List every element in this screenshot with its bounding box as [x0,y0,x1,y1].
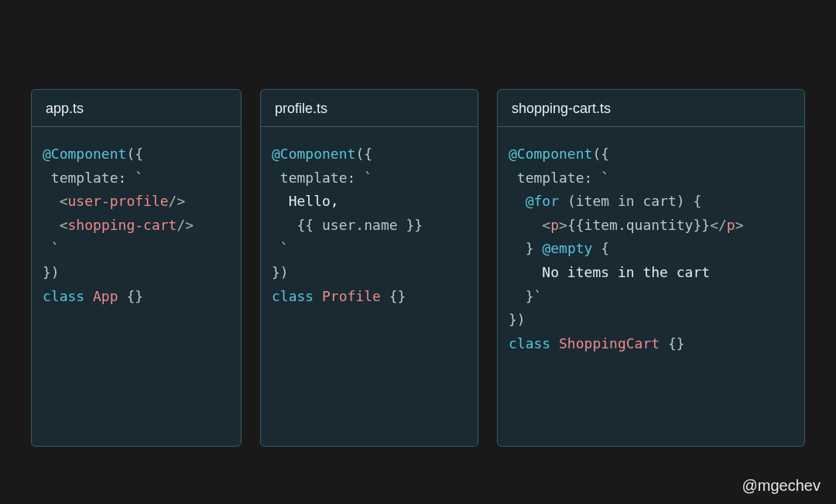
panel-shopping-cart-code: @Component({ template: ` @for (item in c… [498,127,804,366]
template-text: Hello, [289,193,339,209]
template-close-tick: }` [526,288,543,304]
html-seg: < [542,217,550,233]
panel-app: app.ts @Component({ template: ` <user-pr… [31,89,242,447]
panel-profile-code: @Component({ template: ` Hello, {{ user.… [261,127,478,319]
decorator: @Component [272,146,355,162]
html-seg: p [727,217,735,233]
decorator-open: ({ [126,146,143,162]
decorator-close: }) [43,264,60,280]
panel-shopping-cart: shopping-cart.ts @Component({ template: … [497,89,805,447]
template-colon: : ` [348,170,373,186]
panel-app-code: @Component({ template: ` <user-profile/>… [32,127,241,319]
ctrl-empty: @empty [542,240,592,256]
class-name: Profile [322,288,381,304]
class-name: App [93,288,118,304]
panel-app-filename: app.ts [32,90,241,127]
template-colon: : ` [118,170,144,186]
ctrl-close: } [526,240,534,256]
ctrl-for-rest: (item in cart) { [559,193,701,209]
html-seg: > [559,217,567,233]
decorator-close: }) [272,264,289,280]
panels-row: app.ts @Component({ template: ` <user-pr… [31,89,805,447]
decorator: @Component [509,146,592,162]
decorator-close: }) [509,311,526,327]
class-keyword: class [509,335,550,351]
html-seg: {{item.quantity}} [567,217,710,233]
decorator-open: ({ [592,146,609,162]
template-key: template [280,170,348,186]
slide: app.ts @Component({ template: ` <user-pr… [0,0,836,504]
class-body: {} [118,288,144,304]
class-name: ShoppingCart [559,335,660,351]
tag-open: < [60,217,68,233]
panel-profile: profile.ts @Component({ template: ` Hell… [260,89,478,447]
class-keyword: class [43,288,84,304]
template-end: ` [51,240,60,256]
ctrl-for: @for [526,193,559,209]
panel-profile-filename: profile.ts [261,90,478,127]
html-seg: p [550,217,559,233]
template-text: No items in the cart [542,264,710,280]
template-end: ` [280,240,289,256]
tag-name: shopping-cart [68,217,177,233]
decorator: @Component [43,146,126,162]
class-body: {} [660,335,685,351]
template-colon: : ` [584,170,610,186]
tag-close: /> [176,217,194,233]
tag-open: < [60,193,68,209]
class-body: {} [381,288,406,304]
template-mustache: {{ user.name }} [297,217,423,233]
tag-name: user-profile [68,193,169,209]
decorator-open: ({ [355,146,372,162]
class-keyword: class [272,288,314,304]
html-seg: > [735,217,744,233]
panel-shopping-cart-filename: shopping-cart.ts [498,90,804,127]
ctrl-open: { [601,240,609,256]
html-seg: </ [710,217,727,233]
author-handle: @mgechev [742,477,821,495]
tag-close: /> [169,193,186,209]
template-key: template [51,170,118,186]
template-key: template [517,170,584,186]
